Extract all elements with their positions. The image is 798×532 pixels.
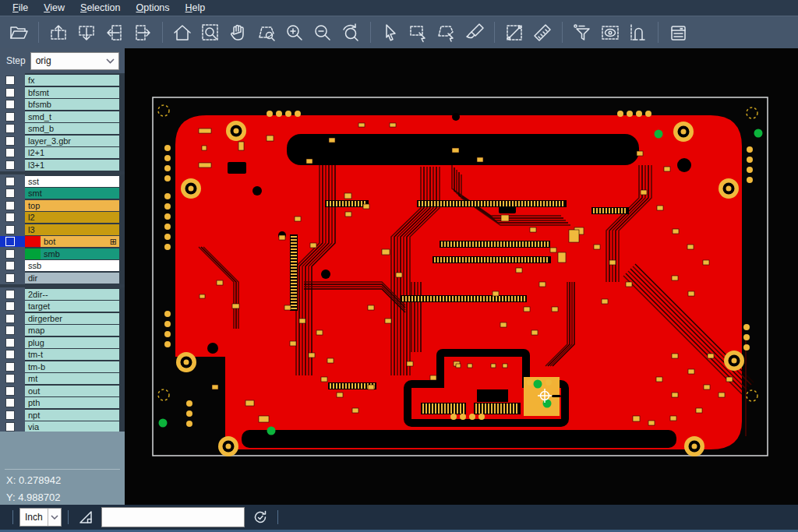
layer-row-l2+1[interactable]: l2+1 bbox=[0, 147, 119, 158]
layer-checkbox[interactable] bbox=[0, 160, 25, 171]
layer-label[interactable]: via bbox=[25, 421, 119, 432]
report-button[interactable] bbox=[665, 19, 691, 46]
layer-row-l3[interactable]: l3 bbox=[0, 224, 119, 235]
layer-label[interactable]: plug bbox=[25, 337, 119, 348]
layer-label[interactable]: l3+1 bbox=[25, 160, 119, 171]
layer-label[interactable]: dir bbox=[25, 273, 119, 284]
layer-row-l2[interactable]: l2 bbox=[0, 212, 119, 223]
layer-row-mt[interactable]: mt bbox=[0, 373, 119, 384]
menu-selection[interactable]: Selection bbox=[72, 0, 128, 16]
layer-row-top[interactable]: top bbox=[0, 200, 119, 211]
ruler-button[interactable] bbox=[529, 19, 556, 46]
menu-options[interactable]: Options bbox=[128, 0, 177, 16]
layer-label[interactable]: dirgerber bbox=[25, 313, 119, 324]
open-folder-button[interactable] bbox=[5, 19, 32, 46]
layer-checkbox[interactable] bbox=[0, 397, 25, 408]
layer-row-layer_3.gbr[interactable]: layer_3.gbr bbox=[0, 136, 119, 146]
layer-checkbox[interactable] bbox=[0, 260, 25, 271]
snap-magnet-button[interactable] bbox=[625, 19, 651, 46]
zoom-previous-button[interactable] bbox=[337, 19, 364, 46]
layer-checkbox[interactable] bbox=[0, 147, 25, 158]
layer-row-bot[interactable]: bot⊞ bbox=[0, 236, 119, 247]
layer-checkbox[interactable] bbox=[0, 136, 25, 146]
layer-checkbox[interactable] bbox=[0, 75, 25, 86]
layer-label[interactable]: bot⊞ bbox=[41, 236, 119, 247]
layer-color-swatch[interactable] bbox=[25, 236, 41, 247]
layer-checkbox[interactable] bbox=[0, 224, 25, 235]
layer-checkbox[interactable] bbox=[0, 301, 25, 312]
select-rect-button[interactable] bbox=[405, 19, 432, 46]
zoom-polygon-button[interactable] bbox=[253, 19, 280, 46]
layer-row-map[interactable]: map bbox=[0, 325, 119, 336]
layer-row-fx[interactable]: fx bbox=[0, 75, 119, 86]
layer-checkbox[interactable] bbox=[0, 99, 25, 110]
measure-line-button[interactable] bbox=[501, 19, 528, 46]
layer-checkbox[interactable] bbox=[0, 87, 25, 98]
select-pointer-button[interactable] bbox=[377, 19, 404, 46]
layer-row-smb[interactable]: smb bbox=[0, 248, 119, 259]
layer-checkbox[interactable] bbox=[0, 421, 25, 432]
box-arrow-down-button[interactable] bbox=[73, 19, 100, 46]
layer-label[interactable]: out bbox=[25, 386, 119, 396]
layer-row-ssb[interactable]: ssb bbox=[0, 260, 119, 271]
layer-checkbox[interactable] bbox=[0, 313, 25, 324]
layer-row-target[interactable]: target bbox=[0, 301, 119, 312]
layer-label[interactable]: tm-t bbox=[25, 349, 119, 360]
layer-row-smd_t[interactable]: smd_t bbox=[0, 111, 119, 122]
layer-row-bfsmb[interactable]: bfsmb bbox=[0, 99, 119, 110]
layer-label[interactable]: l2+1 bbox=[25, 147, 119, 158]
layer-label[interactable]: l3 bbox=[25, 224, 119, 235]
layer-checkbox[interactable] bbox=[0, 325, 25, 336]
layer-label[interactable]: bfsmt bbox=[25, 87, 119, 98]
layer-label[interactable]: mt bbox=[25, 373, 119, 384]
filter-button[interactable] bbox=[569, 19, 595, 46]
layer-label[interactable]: npt bbox=[25, 410, 119, 421]
refresh-icon[interactable] bbox=[251, 508, 270, 527]
layer-label[interactable]: target bbox=[25, 301, 119, 312]
layer-label[interactable]: smd_t bbox=[25, 111, 119, 122]
zoom-out-button[interactable] bbox=[309, 19, 336, 46]
layer-checkbox[interactable] bbox=[0, 361, 25, 372]
layer-label[interactable]: tm-b bbox=[25, 361, 119, 372]
layer-checkbox[interactable] bbox=[0, 188, 25, 199]
unit-select[interactable]: Inch bbox=[19, 508, 62, 527]
layer-checkbox[interactable] bbox=[0, 212, 25, 223]
layer-label[interactable]: 2dir-- bbox=[25, 289, 119, 300]
brush-button[interactable] bbox=[461, 19, 488, 46]
layer-checkbox[interactable] bbox=[0, 273, 25, 284]
layer-label[interactable]: pth bbox=[25, 397, 119, 408]
layer-checkbox[interactable] bbox=[0, 176, 25, 187]
menu-help[interactable]: Help bbox=[178, 0, 214, 16]
layer-row-pth[interactable]: pth bbox=[0, 397, 119, 408]
command-input[interactable] bbox=[101, 507, 245, 527]
layer-row-2dir--[interactable]: 2dir-- bbox=[0, 289, 119, 300]
layer-label[interactable]: smb bbox=[41, 248, 119, 259]
layer-row-plug[interactable]: plug bbox=[0, 337, 119, 348]
layer-color-swatch[interactable] bbox=[25, 248, 41, 259]
menu-file[interactable]: File bbox=[5, 0, 36, 16]
layer-checkbox[interactable] bbox=[0, 373, 25, 384]
layer-label[interactable]: bfsmb bbox=[25, 99, 119, 110]
box-arrow-left-button[interactable] bbox=[101, 19, 128, 46]
layer-checkbox[interactable] bbox=[0, 349, 25, 360]
zoom-window-button[interactable] bbox=[197, 19, 224, 46]
layer-checkbox[interactable] bbox=[0, 236, 25, 247]
layer-label[interactable]: ssb bbox=[25, 260, 119, 271]
step-select[interactable]: orig bbox=[30, 52, 119, 70]
layer-row-smd_b[interactable]: smd_b bbox=[0, 123, 119, 134]
layer-label[interactable]: map bbox=[25, 325, 119, 336]
select-polygon-button[interactable] bbox=[433, 19, 460, 46]
zoom-in-button[interactable] bbox=[281, 19, 308, 46]
layer-row-dirgerber[interactable]: dirgerber bbox=[0, 313, 119, 324]
layer-label[interactable]: sst bbox=[25, 176, 119, 187]
layer-row-out[interactable]: out bbox=[0, 386, 119, 396]
view-eye-button[interactable] bbox=[597, 19, 623, 46]
layer-checkbox[interactable] bbox=[0, 410, 25, 421]
layer-checkbox[interactable] bbox=[0, 123, 25, 134]
menu-view[interactable]: View bbox=[36, 0, 72, 16]
pcb-viewport[interactable] bbox=[125, 48, 798, 505]
layer-checkbox[interactable] bbox=[0, 289, 25, 300]
layer-row-tm-b[interactable]: tm-b bbox=[0, 361, 119, 372]
layer-label[interactable]: fx bbox=[25, 75, 119, 86]
set-square-icon[interactable] bbox=[76, 508, 95, 527]
